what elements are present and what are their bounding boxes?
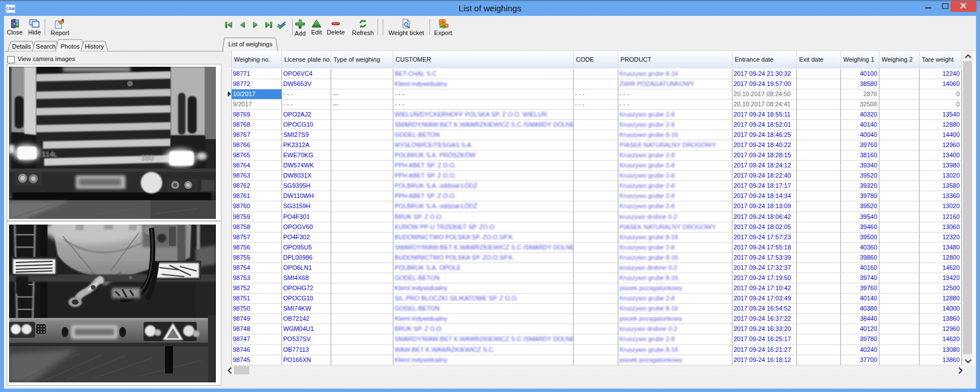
svg-text:Details: Details [12,43,31,50]
svg-text:History: History [85,43,105,50]
svg-text:List of weighings: List of weighings [228,41,272,48]
svg-text:Photos: Photos [60,43,80,50]
svg-text:380: 380 [141,153,154,162]
svg-text:Search: Search [36,43,56,50]
svg-text:114L: 114L [42,150,57,158]
